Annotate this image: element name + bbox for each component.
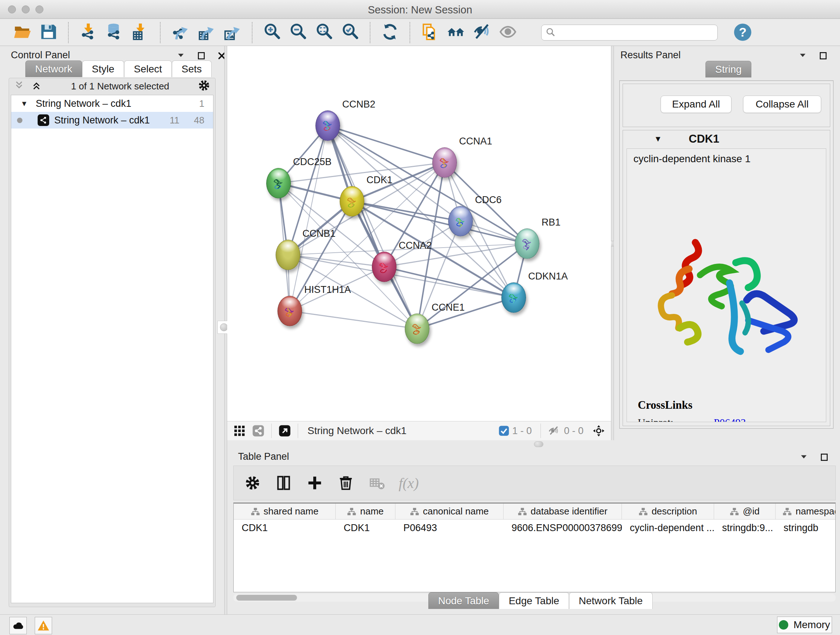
panel-menu-icon[interactable] xyxy=(799,452,810,463)
import-network-file-button[interactable] xyxy=(75,21,101,44)
hidden-node-edge-count: 0 - 0 xyxy=(564,425,584,437)
tab-network-table[interactable]: Network Table xyxy=(569,592,653,609)
table-row[interactable]: CDK1CDK1P064939606.ENSP00000378699cyclin… xyxy=(234,519,835,536)
import-network-database-button[interactable] xyxy=(101,21,127,44)
column-header-namespace[interactable]: namespace xyxy=(775,504,836,519)
column-header--id[interactable]: @id xyxy=(714,504,775,519)
edge[interactable] xyxy=(290,311,417,329)
tab-sets[interactable]: Sets xyxy=(172,60,212,77)
node-cdk1[interactable] xyxy=(340,186,364,217)
table-cell[interactable]: CDK1 xyxy=(336,519,395,536)
float-panel-icon[interactable] xyxy=(196,50,207,61)
network-collection-row[interactable]: ▼ String Network – cdk1 1 xyxy=(11,95,213,112)
collapse-all-button[interactable]: Collapse All xyxy=(743,96,821,113)
export-table-button[interactable] xyxy=(193,21,219,44)
node-cdkn1a[interactable] xyxy=(501,282,526,313)
network-options-gear-icon[interactable] xyxy=(198,79,210,93)
export-network-button[interactable] xyxy=(167,21,193,44)
open-file-button[interactable] xyxy=(9,21,35,44)
warnings-button[interactable] xyxy=(35,617,52,634)
tab-node-table[interactable]: Node Table xyxy=(428,592,499,609)
table-cell[interactable]: 9606.ENSP00000378699 xyxy=(504,519,622,536)
node-cdc6[interactable] xyxy=(448,206,473,236)
network-icon-button[interactable] xyxy=(251,424,265,438)
node-ccnb2[interactable] xyxy=(316,111,340,141)
column-header-name[interactable]: name xyxy=(336,504,395,519)
gene-section-header[interactable]: ▼ CDK1 xyxy=(623,130,830,148)
column-header-canonical-name[interactable]: canonical name xyxy=(395,504,504,519)
export-image-button[interactable] xyxy=(219,21,245,44)
node-ccna1[interactable] xyxy=(432,147,457,178)
edge[interactable] xyxy=(328,126,527,244)
collapse-triangle-icon[interactable]: ▼ xyxy=(654,134,662,144)
close-panel-icon[interactable] xyxy=(838,50,840,61)
table-cell[interactable]: P06493 xyxy=(395,519,504,536)
help-button[interactable]: ? xyxy=(733,23,752,42)
save-session-button[interactable] xyxy=(35,21,62,44)
network-view-canvas[interactable]: CCNB2 CCNA1 CDC25B CDK1 CDC6 RB1CCNB1 xyxy=(227,46,611,421)
tab-edge-table[interactable]: Edge Table xyxy=(499,592,569,609)
table-cell[interactable]: CDK1 xyxy=(234,519,336,536)
node-hist1h1a[interactable] xyxy=(278,296,302,326)
tab-style[interactable]: Style xyxy=(82,60,124,77)
zoom-fit-button[interactable] xyxy=(311,21,337,44)
crosslinks-title: CrossLinks xyxy=(638,399,821,412)
node-table[interactable]: shared namenamecanonical namedatabase id… xyxy=(233,502,836,592)
edge[interactable] xyxy=(384,267,514,298)
network-row[interactable]: String Network – cdk1 11 48 xyxy=(11,112,213,128)
delete-column-button[interactable] xyxy=(336,473,355,492)
edge[interactable] xyxy=(328,126,417,329)
grid-view-button[interactable] xyxy=(232,424,247,438)
clone-network-button[interactable] xyxy=(417,21,443,44)
crosslink-link[interactable]: P06493 xyxy=(714,417,746,422)
edge[interactable] xyxy=(288,255,384,267)
scrollbar-thumb[interactable] xyxy=(236,595,297,600)
expand-all-button[interactable]: Expand All xyxy=(660,96,731,113)
node-ccne1[interactable] xyxy=(405,314,429,344)
import-table-file-button[interactable] xyxy=(127,21,153,44)
current-network-title: String Network – cdk1 xyxy=(308,425,499,437)
edge[interactable] xyxy=(352,201,527,244)
panel-menu-icon[interactable] xyxy=(176,50,187,61)
panel-menu-icon[interactable] xyxy=(798,50,808,61)
gene-section: ▼ CDK1 cyclin-dependent kinase 1 xyxy=(622,130,830,426)
expand-all-networks-icon[interactable] xyxy=(32,80,42,92)
memory-button[interactable]: Memory xyxy=(777,616,832,633)
edge[interactable] xyxy=(328,126,445,163)
float-panel-icon[interactable] xyxy=(819,452,830,463)
hide-selected-button[interactable] xyxy=(469,21,495,44)
collapse-all-networks-icon[interactable] xyxy=(14,80,25,92)
table-cell[interactable]: cyclin-dependent ... xyxy=(622,519,714,536)
table-options-gear-button[interactable] xyxy=(243,473,262,492)
network-status-row: 1 of 1 Network selected xyxy=(9,78,215,94)
column-header-description[interactable]: description xyxy=(622,504,714,519)
column-header-database-identifier[interactable]: database identifier xyxy=(504,504,622,519)
show-all-button[interactable] xyxy=(495,21,521,44)
float-panel-icon[interactable] xyxy=(818,50,829,61)
open-network-window-button[interactable] xyxy=(278,424,292,438)
table-cell[interactable]: stringdb:9... xyxy=(714,519,775,536)
zoom-in-button[interactable] xyxy=(259,21,285,44)
column-header-shared-name[interactable]: shared name xyxy=(234,504,336,519)
apply-layout-button[interactable] xyxy=(377,21,403,44)
horizontal-splitter-handle[interactable] xyxy=(534,441,543,447)
collapse-triangle-icon[interactable]: ▼ xyxy=(21,100,28,108)
node-ccnb1[interactable] xyxy=(276,240,300,270)
first-neighbors-button[interactable] xyxy=(443,21,469,44)
tab-network[interactable]: Network xyxy=(25,60,82,77)
selected-checkbox[interactable] xyxy=(499,425,509,436)
zoom-out-button[interactable] xyxy=(285,21,311,44)
horizontal-splitter[interactable] xyxy=(227,440,840,449)
create-column-button[interactable] xyxy=(305,473,324,492)
table-cell[interactable]: stringdb xyxy=(775,519,836,536)
tab-string[interactable]: String xyxy=(706,61,752,78)
search-input[interactable] xyxy=(541,25,718,41)
node-rb1[interactable] xyxy=(515,228,539,259)
node-cdc25b[interactable] xyxy=(266,168,291,198)
tab-select[interactable]: Select xyxy=(124,60,172,77)
node-ccna2[interactable] xyxy=(372,252,396,282)
birds-eye-view-button[interactable] xyxy=(592,424,606,438)
cloud-button[interactable] xyxy=(9,617,27,634)
show-columns-button[interactable] xyxy=(274,473,293,492)
zoom-selected-button[interactable] xyxy=(337,21,363,44)
